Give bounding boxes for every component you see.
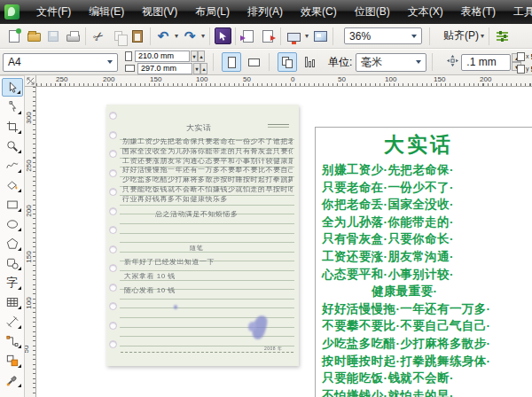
print-icon — [66, 35, 80, 42]
toolbox: 字 — [0, 75, 25, 397]
new-document-button[interactable] — [4, 27, 24, 46]
toolbar-separator — [280, 27, 281, 45]
binder-hole — [109, 302, 117, 310]
paste-button[interactable] — [128, 27, 147, 46]
copy-button[interactable] — [108, 27, 128, 46]
scanned-note-image[interactable]: 大实话别嫌工资少先把老命保只要老命在一份少不了谁把老命丢国家全没收全为儿孙落你能… — [106, 105, 299, 366]
application-launcher-button[interactable] — [284, 27, 303, 46]
tool-table[interactable] — [2, 292, 23, 311]
ruler-tick-label: 300 — [26, 112, 33, 123]
vertical-ruler[interactable]: 30025020015010050 — [25, 87, 36, 397]
duplicate-x-sub: x — [526, 53, 529, 59]
options-icon — [497, 32, 508, 41]
toolbar-separator — [85, 27, 86, 45]
open-folder-icon — [27, 33, 41, 42]
page-text-line: 只要能吃饭·钱就不会断· — [322, 370, 532, 387]
units-combo[interactable]: 毫米 — [356, 53, 426, 72]
tool-ellipse[interactable] — [2, 214, 23, 233]
tool-eyedropper[interactable] — [2, 370, 23, 389]
undo-dropdown[interactable]: ▾ — [175, 32, 178, 40]
tool-dimension[interactable] — [2, 312, 23, 331]
text-tool-glyph: 字 — [6, 276, 18, 288]
export-button[interactable] — [258, 27, 278, 46]
page-text-line: 全为儿孙落·你能带走的· — [322, 214, 532, 231]
duplicate-y-icon — [517, 65, 525, 74]
menu-item-9[interactable]: 工具(O) — [505, 5, 532, 18]
menu-item-7[interactable]: 文本(X) — [399, 5, 452, 18]
snap-to-dropdown[interactable]: ▾ — [481, 32, 484, 40]
tool-crop[interactable] — [2, 117, 23, 136]
cut-button[interactable]: ✂ — [89, 27, 108, 46]
duplicate-distance-group: x 5. y 5. — [517, 51, 532, 74]
ruler-tick-label: 200 — [480, 76, 491, 83]
nudge-offset-field[interactable]: .1 mm — [461, 54, 511, 71]
tool-smart-fill[interactable] — [2, 175, 23, 194]
zoom-level-combo[interactable]: 36% — [344, 27, 422, 44]
nudge-offset-value: .1 mm — [466, 56, 496, 68]
ruler-tick-label: 50 — [338, 76, 346, 83]
handwriting-line: 2008 年 — [264, 346, 287, 351]
tool-polygon[interactable] — [2, 234, 23, 253]
undo-button[interactable]: ↶ — [153, 27, 173, 46]
toolbar-separator — [235, 27, 236, 45]
ruler-origin-button[interactable] — [25, 75, 36, 87]
tool-basic-shapes[interactable] — [2, 253, 23, 272]
import-button[interactable] — [239, 27, 258, 46]
menu-item-4[interactable]: 排列(A) — [239, 5, 292, 18]
print-button[interactable] — [63, 27, 82, 46]
page-text-line: 健康最重要· — [322, 283, 532, 300]
redo-button[interactable]: ↷ — [180, 27, 200, 46]
open-button[interactable] — [24, 27, 43, 46]
menu-item-1[interactable]: 编辑(E) — [80, 5, 133, 18]
menu-item-2[interactable]: 视图(V) — [133, 5, 186, 18]
tool-blend[interactable] — [2, 351, 23, 370]
redo-dropdown[interactable]: ▾ — [201, 32, 205, 40]
document-page[interactable]: 大实话 别嫌工资少·先把老命保·只要老命在·一份少不了·你把老命丢·国家全没收·… — [315, 127, 532, 397]
all-pages-icon — [282, 57, 293, 68]
paper-height-spinner[interactable]: ▾▴ — [193, 63, 207, 74]
menu-item-3[interactable]: 布局(L) — [186, 5, 239, 18]
portrait-button[interactable] — [222, 52, 241, 72]
tool-freehand[interactable] — [2, 156, 23, 175]
all-pages-button[interactable] — [278, 52, 297, 72]
save-button[interactable] — [43, 27, 63, 46]
scissors-icon: ✂ — [90, 27, 106, 43]
duplicate-x-icon — [517, 52, 525, 61]
handwriting-line: 随心发着 10 钱 — [124, 287, 186, 294]
standard-toolbar: ✂ ↶ ▾ ↷ ▾ ▾ 36% 贴齐(P) ▾ — [0, 24, 532, 49]
current-page-button[interactable] — [300, 52, 319, 72]
ruler-tick-label: 50 — [25, 346, 30, 354]
menu-item-6[interactable]: 位图(B) — [346, 5, 399, 18]
toolbar-separator — [209, 27, 210, 45]
tool-connector[interactable] — [2, 331, 23, 350]
ruler-tick-label: 100 — [26, 297, 33, 308]
application-launcher-dropdown[interactable]: ▾ — [305, 32, 309, 40]
ruler-tick-label: 200 — [103, 76, 114, 83]
toolbar-separator — [150, 27, 151, 45]
menu-item-8[interactable]: 表格(T) — [452, 5, 505, 18]
handwriting-line: 少吃盐多吃醋少打麻将多散步按时睡按时起打拳跳舞练身体 — [122, 176, 293, 183]
landscape-button[interactable] — [244, 52, 263, 72]
paper-width-spinner[interactable]: ▾▴ — [191, 51, 205, 62]
tool-pick[interactable] — [2, 78, 23, 97]
welcome-screen-button[interactable] — [310, 27, 330, 46]
tool-rectangle[interactable] — [2, 195, 23, 214]
snap-to-button[interactable]: 贴齐(P) — [443, 28, 479, 43]
tool-text[interactable]: 字 — [2, 273, 23, 292]
paper-height-field[interactable]: 297.0 mm — [137, 63, 192, 74]
horizontal-ruler[interactable]: 25020015010050050100150200 — [36, 75, 532, 87]
menu-item-5[interactable]: 效果(C) — [292, 5, 346, 18]
binder-hole — [109, 340, 117, 348]
binder-hole — [109, 169, 117, 177]
tool-shape[interactable] — [2, 97, 23, 116]
paper-type-combo[interactable]: A4 — [3, 53, 118, 72]
note-number-line — [268, 124, 289, 128]
search-content-button[interactable] — [213, 27, 232, 46]
page-text-block[interactable]: 别嫌工资少·先把老命保·只要老命在·一份少不了·你把老命丢·国家全没收·全为儿孙… — [322, 161, 532, 397]
paper-width-field[interactable]: 210.0 mm — [135, 51, 190, 62]
menu-item-0[interactable]: 文件(F) — [27, 5, 80, 18]
redo-icon: ↷ — [184, 29, 196, 43]
options-button[interactable] — [492, 27, 512, 46]
paper-width-icon — [125, 51, 132, 61]
tool-zoom[interactable] — [2, 136, 23, 155]
